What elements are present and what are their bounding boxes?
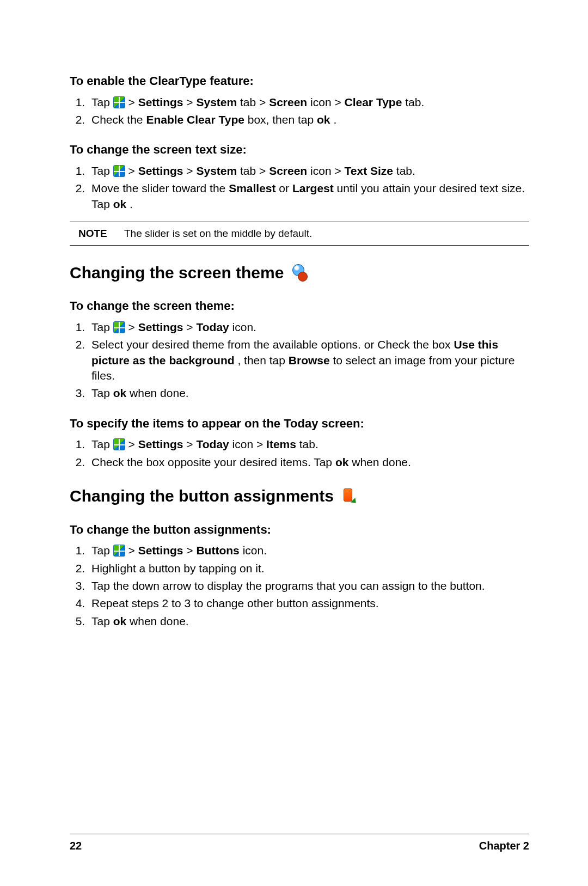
subheading-today-items: To specify the items to appear on the To… [70,415,529,432]
chapter-label: Chapter 2 [479,839,529,853]
step: Highlight a button by tapping on it. [88,561,529,576]
steps-theme: Tap > Settings > Today icon. Select your… [70,320,529,401]
theme-icon [290,264,308,282]
heading-theme: Changing the screen theme [70,262,529,284]
step: Repeat steps 2 to 3 to change other butt… [88,596,529,611]
start-icon [113,438,125,450]
steps-today-items: Tap > Settings > Today icon > Items tab.… [70,437,529,470]
step: Tap ok when done. [88,386,529,401]
step: Check the Enable Clear Type box, then ta… [88,112,529,127]
step: Tap the down arrow to display the progra… [88,578,529,594]
step: Tap > Settings > Today icon > Items tab. [88,437,529,452]
page-footer: 22 Chapter 2 [70,834,529,853]
start-icon [113,165,125,177]
step: Tap > Settings > Buttons icon. [88,543,529,558]
subheading-theme: To change the screen theme: [70,298,529,314]
step: Tap > Settings > System tab > Screen ico… [88,163,529,179]
step: Tap > Settings > Today icon. [88,320,529,335]
subheading-cleartype: To enable the ClearType feature: [70,73,529,89]
steps-textsize: Tap > Settings > System tab > Screen ico… [70,163,529,212]
note-box: NOTE The slider is set on the middle by … [70,222,529,246]
note-text: The slider is set on the middle by defau… [124,227,529,241]
step: Tap > Settings > System tab > Screen ico… [88,95,529,110]
manual-page: To enable the ClearType feature: Tap > S… [0,0,588,886]
start-icon [113,545,125,557]
subheading-buttons: To change the button assignments: [70,522,529,538]
step: Check the box opposite your desired item… [88,455,529,470]
step: Tap ok when done. [88,614,529,629]
start-icon [113,321,125,333]
footer-rule [70,834,529,834]
step: Move the slider toward the Smallest or L… [88,181,529,212]
steps-buttons: Tap > Settings > Buttons icon. Highlight… [70,543,529,629]
subheading-textsize: To change the screen text size: [70,142,529,158]
steps-cleartype: Tap > Settings > System tab > Screen ico… [70,95,529,128]
step: Select your desired theme from the avail… [88,337,529,383]
note-label: NOTE [70,227,124,241]
heading-buttons: Changing the button assignments [70,485,529,508]
start-icon [113,96,125,108]
device-icon [340,487,358,505]
page-number: 22 [70,839,82,853]
